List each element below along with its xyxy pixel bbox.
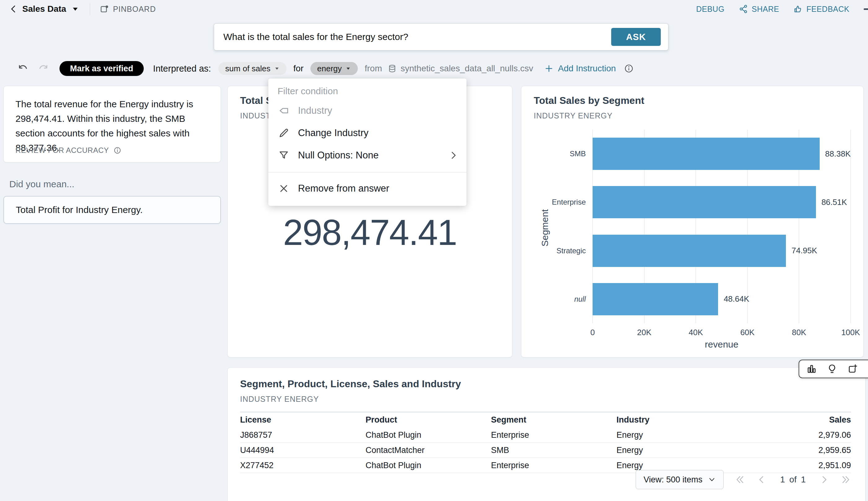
- page-indicator: 1 of 1: [780, 475, 806, 484]
- table-row: U444994ContactMatcherSMBEnergy2,959.65: [240, 443, 851, 458]
- feedback-button[interactable]: FEEDBACK: [793, 4, 849, 14]
- question-input[interactable]: [214, 32, 611, 42]
- table-card-title: Segment, Product, License, Sales and Ind…: [240, 378, 851, 390]
- of-label: of: [789, 475, 796, 484]
- table-cell: X277452: [240, 461, 365, 470]
- bar-row: Strategic74.95K: [593, 235, 851, 267]
- back-button[interactable]: [8, 3, 20, 15]
- interpreted-as-label: Interpreted as:: [153, 64, 211, 74]
- suggestion-text: Total Profit for Industry Energy.: [16, 205, 143, 215]
- table-cell: 2,979.06: [759, 430, 851, 440]
- quicksight-q-answer-page: Sales Data PINBOARD DEBUG SHARE: [0, 0, 868, 501]
- first-page-button[interactable]: [735, 475, 745, 485]
- pinboard-button[interactable]: PINBOARD: [99, 4, 156, 14]
- narrative-summary-card: The total revenue for the Energy industr…: [3, 86, 221, 162]
- table-cell: ChatBot Plugin: [365, 430, 491, 440]
- more-menu-icon[interactable]: [864, 8, 868, 10]
- x-axis-ticks: 020K40K60K80K100K: [593, 328, 851, 338]
- review-for-accuracy-label: REVIEW FOR ACCURACY: [15, 146, 109, 155]
- pinboard-icon: [99, 4, 109, 14]
- column-header[interactable]: Sales: [759, 415, 851, 425]
- double-chevron-left-icon: [735, 475, 745, 485]
- bar-value-label: 48.64K: [724, 294, 749, 304]
- view-items-label: View: 500 items: [644, 475, 702, 484]
- undo-icon: [17, 63, 29, 74]
- for-label: for: [293, 64, 304, 74]
- add-instruction-label: Add Instruction: [558, 64, 616, 74]
- bar-category-label: null: [518, 295, 586, 303]
- bar-category-label: Strategic: [518, 246, 586, 255]
- share-label: SHARE: [752, 5, 779, 14]
- column-header[interactable]: Industry: [616, 415, 759, 425]
- table-cell: Enterprise: [491, 430, 616, 440]
- table-cell: J868757: [240, 430, 365, 440]
- lightbulb-icon[interactable]: [826, 363, 838, 374]
- current-page: 1: [780, 475, 785, 484]
- info-icon[interactable]: [624, 64, 634, 74]
- undo-button[interactable]: [17, 63, 29, 74]
- x-tick-label: 80K: [792, 328, 806, 337]
- table-cell: Energy: [616, 430, 759, 440]
- pinboard-label: PINBOARD: [113, 5, 156, 14]
- funnel-icon: [277, 149, 290, 161]
- bar-smb[interactable]: [593, 138, 820, 170]
- table-cell: 2,959.65: [759, 446, 851, 455]
- bar-row: Enterprise86.51K: [593, 186, 851, 218]
- plus-icon: [544, 64, 553, 73]
- from-label: from: [365, 64, 382, 74]
- table-header-row: LicenseProductSegmentIndustrySales: [240, 412, 851, 427]
- add-to-pinboard-icon[interactable]: [847, 363, 858, 374]
- dropdown-item-label: Null Options: None: [298, 150, 378, 161]
- last-page-button[interactable]: [840, 475, 851, 485]
- redo-button[interactable]: [37, 63, 49, 74]
- filter-value-chip[interactable]: energy: [310, 62, 358, 75]
- y-axis-label: Segment: [540, 206, 550, 249]
- table-card: Segment, Product, License, Sales and Ind…: [227, 367, 866, 501]
- redo-icon: [37, 63, 49, 74]
- share-button[interactable]: SHARE: [739, 4, 779, 14]
- table-row: J868757ChatBot PluginEnterpriseEnergy2,9…: [240, 427, 851, 443]
- dropdown-item-remove-from-answer[interactable]: Remove from answer: [268, 177, 466, 200]
- double-chevron-right-icon: [840, 475, 851, 485]
- add-instruction-button[interactable]: Add Instruction: [544, 64, 616, 74]
- debug-button[interactable]: DEBUG: [696, 5, 724, 14]
- dropdown-item-change-industry[interactable]: Change Industry: [268, 122, 466, 144]
- column-header[interactable]: License: [240, 415, 365, 425]
- dropdown-header: Filter condition: [268, 78, 466, 99]
- dropdown-item-label: Change Industry: [298, 127, 368, 139]
- column-header[interactable]: Segment: [491, 415, 616, 425]
- view-items-dropdown[interactable]: View: 500 items: [636, 470, 724, 489]
- metric-chip[interactable]: sum of sales: [218, 62, 287, 75]
- table-cell: Enterprise: [491, 461, 616, 470]
- dropdown-item-null-options-none[interactable]: Null Options: None: [268, 144, 466, 167]
- next-page-button[interactable]: [819, 475, 829, 485]
- chevron-down-icon: [708, 476, 716, 484]
- bar-strategic[interactable]: [593, 235, 786, 267]
- bar-row: null48.64K: [593, 283, 851, 315]
- table-cell: SMB: [491, 446, 616, 455]
- bar-null[interactable]: [593, 283, 718, 315]
- info-icon[interactable]: [113, 146, 121, 154]
- prev-page-button[interactable]: [757, 475, 767, 485]
- dropdown-item-label: Industry: [298, 105, 332, 116]
- table-cell: Energy: [616, 461, 759, 470]
- ask-button[interactable]: ASK: [611, 28, 661, 46]
- interpretation-bar: Mark as verified Interpreted as: sum of …: [17, 61, 634, 76]
- tag-icon: [277, 105, 290, 117]
- suggestion-card[interactable]: Total Profit for Industry Energy.: [3, 196, 221, 224]
- x-tick-label: 60K: [740, 328, 755, 337]
- table-cell: Energy: [616, 446, 759, 455]
- bar-enterprise[interactable]: [593, 186, 816, 218]
- chevron-left-icon: [757, 475, 767, 485]
- thumbs-up-icon: [793, 4, 803, 14]
- caret-down-icon[interactable]: [71, 5, 79, 13]
- table-pagination: View: 500 items 1 of 1: [636, 470, 851, 489]
- bar-chart-icon[interactable]: [806, 363, 817, 374]
- dataset-ref: synthetic_sales_data_all_nulls.csv: [387, 64, 533, 74]
- caret-down-icon: [274, 66, 280, 71]
- column-header[interactable]: Product: [365, 415, 491, 425]
- mark-as-verified-button[interactable]: Mark as verified: [59, 61, 144, 76]
- dropdown-item-label: Remove from answer: [298, 183, 389, 194]
- table-cell: U444994: [240, 446, 365, 455]
- dropdown-divider: [268, 172, 466, 172]
